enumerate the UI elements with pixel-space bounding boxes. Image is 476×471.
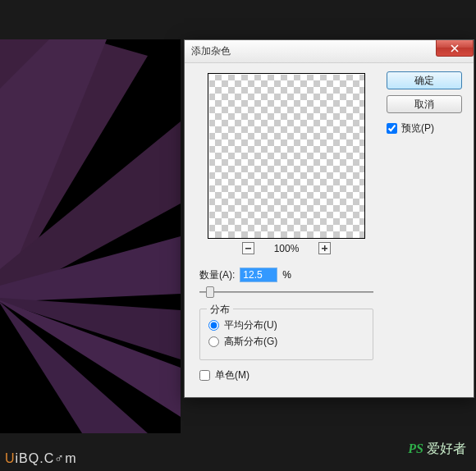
monochrome-row[interactable]: 单色(M) [199, 368, 373, 382]
watermark: UiBQ.C♂m [5, 451, 77, 466]
preview-checkbox-label: 预览(P) [401, 121, 434, 135]
uniform-radio-row[interactable]: 平均分布(U) [208, 318, 364, 332]
svg-rect-8 [245, 248, 251, 249]
plus-icon [321, 245, 328, 252]
minus-icon [245, 245, 252, 252]
watermark-secondary: PS 爱好者 [408, 441, 466, 458]
ok-label: 确定 [414, 74, 434, 88]
preview-checkbox[interactable] [387, 123, 397, 134]
slider-thumb[interactable] [206, 286, 214, 298]
uniform-radio[interactable] [208, 320, 219, 331]
dialog-titlebar[interactable]: 添加杂色 [185, 40, 474, 63]
uniform-label: 平均分布(U) [224, 318, 277, 332]
monochrome-checkbox[interactable] [199, 370, 210, 381]
dialog-body: 100% 数量(A): 12.5 % 分布 平均分布(U) [185, 63, 474, 397]
close-button[interactable] [436, 40, 474, 57]
amount-row: 数量(A): 12.5 % [199, 268, 378, 282]
cancel-label: 取消 [414, 98, 434, 112]
amount-slider[interactable] [199, 286, 373, 299]
zoom-controls: 100% [195, 242, 378, 254]
document-canvas [0, 39, 181, 433]
zoom-out-button[interactable] [242, 242, 254, 254]
preview-thumbnail[interactable] [208, 73, 365, 239]
dialog-right-column: 确定 取消 预览(P) [387, 71, 464, 386]
preview-check-row[interactable]: 预览(P) [387, 121, 464, 135]
cancel-button[interactable]: 取消 [387, 95, 462, 113]
gaussian-radio-row[interactable]: 高斯分布(G) [208, 335, 364, 349]
dialog-title: 添加杂色 [191, 44, 231, 58]
ok-button[interactable]: 确定 [387, 71, 462, 89]
zoom-percent: 100% [274, 243, 300, 254]
amount-label: 数量(A): [199, 268, 235, 282]
add-noise-dialog: 添加杂色 100% 数量(A): 12.5 % [184, 39, 474, 398]
amount-input[interactable]: 12.5 [240, 268, 277, 282]
svg-rect-10 [324, 245, 326, 251]
zoom-in-button[interactable] [318, 242, 331, 254]
close-icon [451, 44, 459, 53]
dialog-left-column: 100% 数量(A): 12.5 % 分布 平均分布(U) [195, 71, 378, 386]
slider-track [199, 291, 373, 293]
gaussian-radio[interactable] [208, 336, 219, 347]
distribution-legend: 分布 [207, 303, 233, 317]
amount-unit: % [282, 269, 291, 281]
monochrome-label: 单色(M) [215, 368, 249, 382]
gaussian-label: 高斯分布(G) [224, 335, 277, 349]
distribution-fieldset: 分布 平均分布(U) 高斯分布(G) [199, 309, 373, 360]
